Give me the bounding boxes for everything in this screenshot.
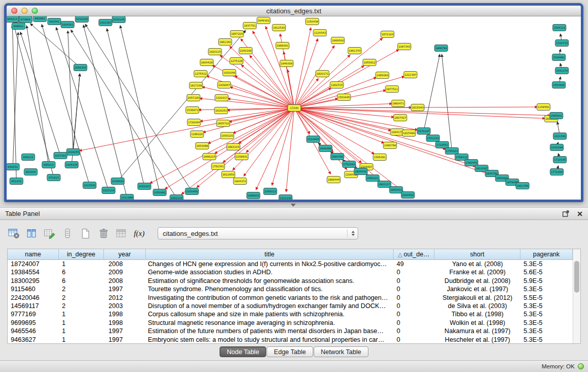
row-height-icon[interactable] (61, 227, 74, 240)
graph-node[interactable]: 1322017 (215, 95, 228, 101)
close-window-button[interactable] (11, 8, 17, 14)
graph-node[interactable]: 1010220 (75, 16, 89, 23)
graph-node[interactable]: 1018255 (67, 149, 80, 156)
graph-edge[interactable] (241, 65, 292, 106)
table-row[interactable]: 969969511998Structural magnetic resonanc… (8, 319, 573, 327)
table-cell[interactable]: 5.3E-5 (520, 319, 573, 327)
close-panel-icon[interactable]: ✕ (577, 210, 583, 217)
graph-node[interactable]: 1877511 (385, 86, 399, 93)
column-header-3[interactable]: title (146, 249, 394, 260)
graph-node[interactable]: 2056305 (74, 64, 87, 71)
import-table-icon[interactable] (115, 227, 128, 240)
column-header-4[interactable]: △out_de… (394, 249, 434, 260)
column-header-5[interactable]: short (434, 249, 520, 260)
table-cell[interactable]: Estimation of significance thresholds fo… (146, 277, 394, 285)
graph-node[interactable]: 1022391 (99, 19, 112, 26)
graph-node[interactable]: 1529981 (552, 54, 565, 61)
table-cell[interactable]: Corpus callosum shape and size in male p… (146, 310, 394, 318)
table-cell[interactable]: 19384554 (8, 268, 59, 276)
graph-edge[interactable] (296, 111, 310, 134)
table-row[interactable]: 1456911722003Disruption of a novel membe… (8, 302, 573, 310)
graph-node[interactable]: 1015542 (83, 182, 96, 189)
table-cell[interactable]: 0 (394, 310, 434, 318)
table-cell[interactable]: 0 (394, 302, 434, 310)
network-select[interactable]: citations_edges.txt (158, 227, 358, 239)
graph-edge[interactable] (297, 110, 403, 191)
graph-edge[interactable] (559, 77, 560, 82)
graph-node[interactable]: 1004501 (61, 21, 74, 28)
graph-node[interactable]: 1948794 (434, 45, 448, 52)
table-cell[interactable]: 5.3E-5 (520, 310, 573, 318)
table-cell[interactable]: Nakamura et al. (1997) (434, 327, 520, 335)
graph-node[interactable]: 951233 (10, 178, 23, 185)
graph-node[interactable]: 1095012 (264, 188, 277, 195)
table-cell[interactable]: 9777169 (8, 310, 59, 318)
table-cell[interactable]: 1998 (104, 319, 146, 327)
table-row[interactable]: 946554611997Estimation of the future num… (8, 327, 573, 335)
graph-node[interactable]: 1553445 (337, 94, 351, 101)
graph-node[interactable]: 1536671 (186, 107, 199, 114)
table-row[interactable]: 977716911998Corpus callosum shape and si… (8, 310, 573, 318)
table-row[interactable]: 946362711997Embryonic stem cells: a mode… (8, 336, 573, 343)
network-canvas[interactable]: 1724018572041861342192011516044281275512… (7, 16, 581, 200)
graph-edge[interactable] (560, 34, 561, 40)
table-cell[interactable]: 6 (59, 268, 104, 276)
network-graph[interactable]: 1724018572041861342192011516044281275512… (7, 16, 581, 200)
graph-node[interactable]: 1070456 (185, 188, 199, 195)
table-cell[interactable]: 5.3E-5 (520, 285, 573, 293)
table-cell[interactable]: 0 (394, 327, 434, 335)
graph-node[interactable]: 1033145 (112, 16, 125, 23)
table-cell[interactable]: 0 (394, 277, 434, 285)
table-cell[interactable]: Yano et al. (2008) (434, 260, 520, 268)
graph-edge[interactable] (297, 108, 403, 132)
graph-node[interactable]: 1262515 (330, 82, 343, 89)
graph-edge[interactable] (107, 29, 144, 183)
graph-node[interactable]: 1516733 (555, 40, 569, 47)
graph-edge[interactable] (559, 49, 560, 54)
table-cell[interactable]: 0 (394, 268, 434, 276)
graph-node[interactable]: 1752093 (342, 161, 356, 168)
tab-edge-table[interactable]: Edge Table (267, 346, 313, 357)
graph-node[interactable]: 1961370 (348, 48, 361, 54)
graph-node[interactable]: 1812530 (272, 25, 286, 31)
table-cell[interactable]: 5.3E-5 (520, 327, 573, 335)
table-cell[interactable]: 9699695 (8, 319, 59, 327)
graph-node[interactable]: 1904372 (233, 178, 247, 185)
network-view-window[interactable]: citations_edges.txt 17240185720418613421… (4, 3, 583, 202)
graph-node[interactable]: 1421540 (553, 133, 567, 140)
table-cell[interactable]: 5.5E-5 (520, 294, 573, 302)
table-cell[interactable]: 9465546 (8, 327, 59, 335)
graph-node[interactable]: 1485083 (376, 72, 389, 79)
graph-node[interactable]: 1005155 (65, 162, 78, 168)
graph-edge[interactable] (424, 54, 440, 128)
table-cell[interactable]: 1997 (104, 327, 146, 335)
graph-node[interactable]: 1949306 (280, 60, 293, 67)
table-cell[interactable]: 2012 (104, 294, 146, 302)
table-cell[interactable]: 1 (59, 310, 104, 318)
graph-node[interactable]: 1745023 (445, 148, 459, 155)
graph-node[interactable]: 1031988 (120, 194, 134, 200)
table-cell[interactable]: 9115460 (8, 285, 59, 293)
table-cell[interactable]: 2 (59, 285, 104, 293)
table-scrollbar[interactable] (573, 249, 580, 343)
graph-node[interactable]: 1023114 (102, 187, 115, 194)
graph-node[interactable]: 1275512 (194, 71, 207, 77)
graph-node[interactable]: 1817239 (189, 82, 203, 89)
graph-edge[interactable] (297, 110, 362, 163)
graph-edge[interactable] (12, 25, 16, 178)
graph-node[interactable]: 1669500 (331, 37, 344, 44)
graph-node[interactable]: 1860471 (391, 100, 405, 107)
graph-node[interactable]: 1553900 (552, 82, 565, 89)
graph-edge[interactable] (68, 31, 73, 149)
zoom-window-button[interactable] (32, 8, 38, 14)
table-cell[interactable]: 0 (394, 285, 434, 293)
graph-edge[interactable] (120, 30, 246, 179)
graph-node[interactable]: 1097343 (398, 43, 411, 50)
graph-node[interactable]: 1861342 (219, 39, 232, 46)
graph-node[interactable]: 1089931 (247, 192, 260, 199)
table-cell[interactable]: Estimation of the future numbers of pati… (146, 327, 394, 335)
graph-node[interactable]: 1820171 (316, 71, 329, 77)
graph-edge[interactable] (296, 111, 347, 170)
graph-edge[interactable] (85, 24, 190, 189)
table-cell[interactable]: Stergiakouli et al. (2012) (434, 294, 520, 302)
